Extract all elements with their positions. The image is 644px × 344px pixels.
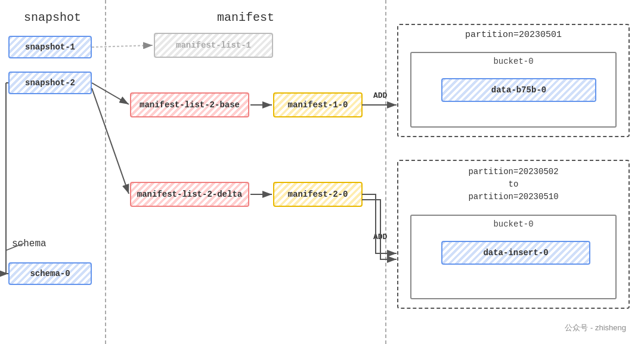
diagram: snapshot snapshot-1 snapshot-2 schema sc… <box>0 0 644 344</box>
watermark: 公众号 - zhisheng <box>565 323 626 333</box>
manifest-list-2-base-box: manifest-list-2-base <box>130 92 249 117</box>
data-b75b-0-box: data-b75b-0 <box>441 78 596 102</box>
manifest-list-2-delta-box: manifest-list-2-delta <box>130 182 249 207</box>
manifest-panel: manifest manifest-list-1 manifest-list-2… <box>106 0 386 344</box>
partition2-bucket-container: bucket-0 data-insert-0 <box>410 215 617 299</box>
schema-0-box: schema-0 <box>8 262 92 285</box>
manifest-1-0-box: manifest-1-0 <box>273 92 363 117</box>
partition1-bucket-container: bucket-0 data-b75b-0 <box>410 52 617 128</box>
data-insert-0-box: data-insert-0 <box>441 241 590 265</box>
partition2-bucket-label: bucket-0 <box>411 219 615 229</box>
schema-label: schema <box>12 238 47 249</box>
partition1-container: partition=20230501 bucket-0 data-b75b-0 <box>397 24 630 137</box>
manifest-section-label: manifest <box>106 11 385 24</box>
partition2-label: partition=20230502 to partition=20230510 <box>398 166 628 203</box>
snapshot-panel: snapshot snapshot-1 snapshot-2 schema sc… <box>0 0 106 344</box>
snapshot-2-box: snapshot-2 <box>8 72 92 94</box>
partition-panel: partition=20230501 bucket-0 data-b75b-0 … <box>386 0 644 344</box>
add-label-1: ADD <box>373 91 387 100</box>
add-label-2: ADD <box>373 233 387 241</box>
partition2-container: partition=20230502 to partition=20230510… <box>397 160 630 309</box>
manifest-2-0-box: manifest-2-0 <box>273 182 363 207</box>
manifest-list-1-box: manifest-list-1 <box>154 33 273 58</box>
partition1-bucket-label: bucket-0 <box>411 57 615 66</box>
partition1-label: partition=20230501 <box>398 30 628 40</box>
snapshot-1-box: snapshot-1 <box>8 36 92 58</box>
snapshot-section-label: snapshot <box>0 11 105 24</box>
